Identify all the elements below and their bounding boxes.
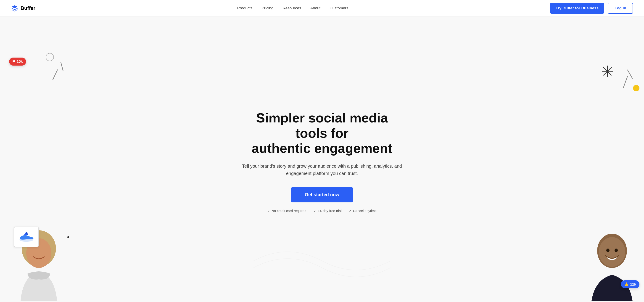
deco-line-3 xyxy=(623,76,628,88)
try-buffer-button[interactable]: Try Buffer for Business xyxy=(550,3,604,14)
deco-line-2 xyxy=(60,62,64,71)
check-icon-3: ✓ xyxy=(349,209,352,213)
hero-section: ❤ 10k xyxy=(0,16,644,302)
feature-trial: ✓ 14-day free trial xyxy=(314,209,342,213)
nav-links: Products Pricing Resources About Custome… xyxy=(237,6,348,10)
svg-point-10 xyxy=(614,248,618,252)
svg-point-9 xyxy=(606,248,610,252)
nav-item-pricing[interactable]: Pricing xyxy=(262,6,274,10)
deco-yellow-dot xyxy=(633,85,640,92)
get-started-button[interactable]: Get started now xyxy=(291,187,353,202)
like-count-left: 10k xyxy=(17,60,23,64)
nav-item-products[interactable]: Products xyxy=(237,6,252,10)
deco-star-right xyxy=(600,64,614,79)
hero-features: ✓ No credit card required ✓ 14-day free … xyxy=(240,209,404,213)
thumbs-up-icon: 👍 xyxy=(624,282,629,286)
login-button[interactable]: Log in xyxy=(608,3,633,14)
like-badge-right: 👍 12k xyxy=(621,280,640,288)
deco-circle-left xyxy=(46,53,54,61)
svg-point-8 xyxy=(599,237,625,267)
hero-subtitle: Tell your brand's story and grow your au… xyxy=(240,162,404,177)
image-card-left xyxy=(14,226,39,247)
hero-title: Simpler social media tools for authentic… xyxy=(240,110,404,156)
feature-no-cc: ✓ No credit card required xyxy=(268,209,306,213)
shoe-icon xyxy=(18,231,34,242)
deco-line-4 xyxy=(627,70,633,78)
like-badge-left: ❤ 10k xyxy=(9,58,26,66)
nav-item-resources[interactable]: Resources xyxy=(282,6,301,10)
nav-item-customers[interactable]: Customers xyxy=(330,6,348,10)
feature-cancel: ✓ Cancel anytime xyxy=(349,209,376,213)
hero-cta: Get started now xyxy=(240,187,404,202)
hero-content: Simpler social media tools for authentic… xyxy=(240,110,404,213)
person-right xyxy=(582,224,642,302)
deco-curve xyxy=(254,238,390,284)
like-count-right: 12k xyxy=(630,282,636,286)
navbar: Buffer Products Pricing Resources About … xyxy=(0,0,644,16)
nav-item-about[interactable]: About xyxy=(310,6,320,10)
buffer-logo-icon xyxy=(11,4,18,12)
deco-line-1 xyxy=(52,70,58,80)
heart-icon: ❤ xyxy=(12,60,15,64)
check-icon-2: ✓ xyxy=(314,209,316,213)
logo-link[interactable]: Buffer xyxy=(11,4,36,12)
logo-text: Buffer xyxy=(20,5,36,11)
nav-actions: Try Buffer for Business Log in xyxy=(550,3,633,14)
check-icon-1: ✓ xyxy=(268,209,270,213)
